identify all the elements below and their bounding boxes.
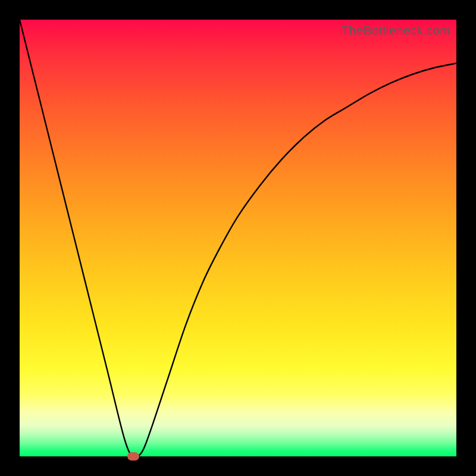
bottleneck-curve	[20, 20, 456, 456]
watermark-text: TheBottleneck.com	[342, 23, 450, 37]
chart-frame: TheBottleneck.com	[0, 0, 476, 476]
plot-area: TheBottleneck.com	[20, 20, 456, 456]
optimal-point-marker	[127, 452, 139, 461]
